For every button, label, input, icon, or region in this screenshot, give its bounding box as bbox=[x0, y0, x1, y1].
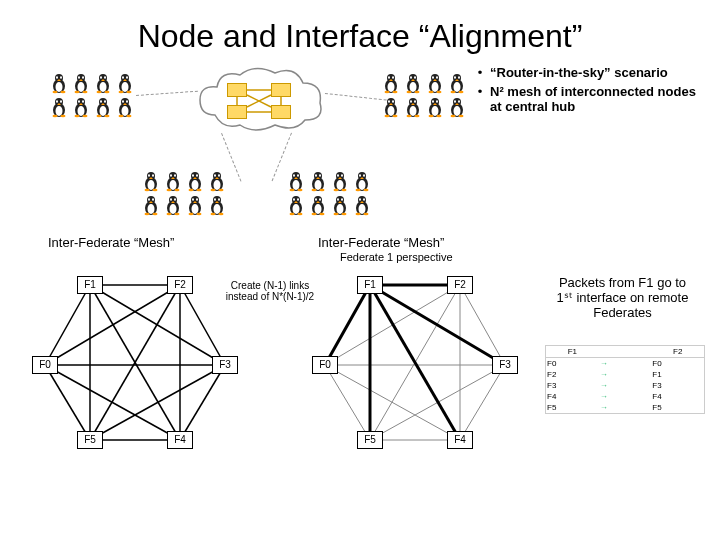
svg-point-7 bbox=[61, 91, 66, 93]
svg-point-22 bbox=[97, 91, 102, 93]
svg-point-231 bbox=[298, 213, 303, 215]
svg-point-38 bbox=[53, 115, 58, 117]
svg-point-244 bbox=[341, 198, 343, 200]
svg-point-246 bbox=[334, 213, 339, 215]
table-row: F3→F3 bbox=[546, 380, 704, 391]
interface-mapping-table: F1 F2 F0→F0 F2→F1 F3→F3 F4→F4 F5→F5 bbox=[545, 345, 705, 414]
svg-point-190 bbox=[211, 213, 216, 215]
svg-point-58 bbox=[122, 106, 129, 116]
svg-point-228 bbox=[297, 198, 299, 200]
svg-point-151 bbox=[197, 189, 202, 191]
svg-point-86 bbox=[429, 91, 434, 93]
svg-point-43 bbox=[78, 100, 80, 102]
svg-point-14 bbox=[75, 91, 80, 93]
svg-line-266 bbox=[45, 285, 90, 365]
svg-line-272 bbox=[90, 365, 225, 440]
svg-point-6 bbox=[53, 91, 58, 93]
table-header: F1 bbox=[546, 346, 599, 357]
svg-point-107 bbox=[410, 100, 412, 102]
svg-point-42 bbox=[78, 106, 85, 116]
svg-point-110 bbox=[407, 115, 412, 117]
star-mesh-graph: F1 F2 F3 F4 F5 F0 bbox=[300, 265, 520, 465]
svg-point-172 bbox=[174, 198, 176, 200]
svg-point-182 bbox=[189, 213, 194, 215]
svg-point-63 bbox=[127, 115, 132, 117]
mesh-right-title: Inter-Federate “Mesh” bbox=[318, 235, 444, 250]
graph-node: F1 bbox=[357, 276, 383, 294]
svg-point-194 bbox=[293, 180, 300, 190]
svg-point-167 bbox=[153, 213, 158, 215]
svg-point-55 bbox=[105, 115, 110, 117]
svg-point-179 bbox=[192, 198, 194, 200]
svg-point-158 bbox=[211, 189, 216, 191]
svg-point-187 bbox=[214, 198, 216, 200]
svg-point-79 bbox=[415, 91, 420, 93]
graph-node: F5 bbox=[77, 431, 103, 449]
svg-point-211 bbox=[337, 174, 339, 176]
svg-point-215 bbox=[342, 189, 347, 191]
svg-point-74 bbox=[410, 82, 417, 92]
svg-point-2 bbox=[56, 82, 63, 92]
svg-point-83 bbox=[432, 76, 434, 78]
svg-point-132 bbox=[152, 174, 154, 176]
svg-point-34 bbox=[56, 106, 63, 116]
svg-point-226 bbox=[293, 204, 300, 214]
svg-line-291 bbox=[325, 285, 370, 365]
svg-point-142 bbox=[167, 189, 172, 191]
svg-point-12 bbox=[82, 76, 84, 78]
top-topology: •“Router-in-the-sky” scenario •N² mesh o… bbox=[0, 65, 720, 235]
svg-point-242 bbox=[337, 204, 344, 214]
svg-point-3 bbox=[56, 76, 58, 78]
lower-diagrams: Inter-Federate “Mesh” Inter-Federate “Me… bbox=[0, 235, 720, 535]
svg-point-4 bbox=[60, 76, 62, 78]
svg-point-147 bbox=[192, 174, 194, 176]
table-row: F4→F4 bbox=[546, 391, 704, 402]
graph-node: F3 bbox=[212, 356, 238, 374]
svg-point-119 bbox=[437, 115, 442, 117]
svg-point-250 bbox=[359, 204, 366, 214]
svg-point-100 bbox=[392, 100, 394, 102]
svg-point-238 bbox=[312, 213, 317, 215]
svg-point-222 bbox=[356, 189, 361, 191]
svg-point-50 bbox=[100, 106, 107, 116]
svg-point-174 bbox=[167, 213, 172, 215]
svg-point-204 bbox=[319, 174, 321, 176]
svg-point-99 bbox=[388, 100, 390, 102]
right-note-line: Federates bbox=[540, 305, 705, 320]
table-row: F2→F1 bbox=[546, 369, 704, 380]
svg-point-130 bbox=[148, 180, 155, 190]
table-row: F0→F0 bbox=[546, 358, 704, 369]
svg-line-271 bbox=[180, 365, 225, 440]
svg-point-247 bbox=[342, 213, 347, 215]
svg-point-47 bbox=[83, 115, 88, 117]
svg-point-75 bbox=[410, 76, 412, 78]
svg-point-23 bbox=[105, 91, 110, 93]
svg-point-126 bbox=[451, 115, 456, 117]
svg-point-254 bbox=[356, 213, 361, 215]
svg-point-54 bbox=[97, 115, 102, 117]
bullet-text: N² mesh of interconnected nodes at centr… bbox=[490, 84, 710, 114]
svg-point-131 bbox=[148, 174, 150, 176]
svg-point-251 bbox=[359, 198, 361, 200]
svg-point-140 bbox=[174, 174, 176, 176]
svg-point-154 bbox=[214, 180, 221, 190]
svg-point-111 bbox=[415, 115, 420, 117]
svg-point-163 bbox=[148, 198, 150, 200]
svg-point-143 bbox=[175, 189, 180, 191]
svg-point-95 bbox=[459, 91, 464, 93]
svg-point-235 bbox=[315, 198, 317, 200]
node-cluster bbox=[285, 169, 373, 217]
svg-point-183 bbox=[197, 213, 202, 215]
svg-point-118 bbox=[429, 115, 434, 117]
svg-point-90 bbox=[454, 82, 461, 92]
right-note-line: Packets from F1 go to bbox=[540, 275, 705, 290]
svg-point-70 bbox=[385, 91, 390, 93]
svg-point-30 bbox=[119, 91, 124, 93]
svg-point-164 bbox=[152, 198, 154, 200]
svg-point-196 bbox=[297, 174, 299, 176]
svg-point-230 bbox=[290, 213, 295, 215]
svg-point-94 bbox=[451, 91, 456, 93]
arrow-icon: → bbox=[599, 380, 652, 391]
svg-point-115 bbox=[432, 100, 434, 102]
arrow-icon: → bbox=[599, 369, 652, 380]
